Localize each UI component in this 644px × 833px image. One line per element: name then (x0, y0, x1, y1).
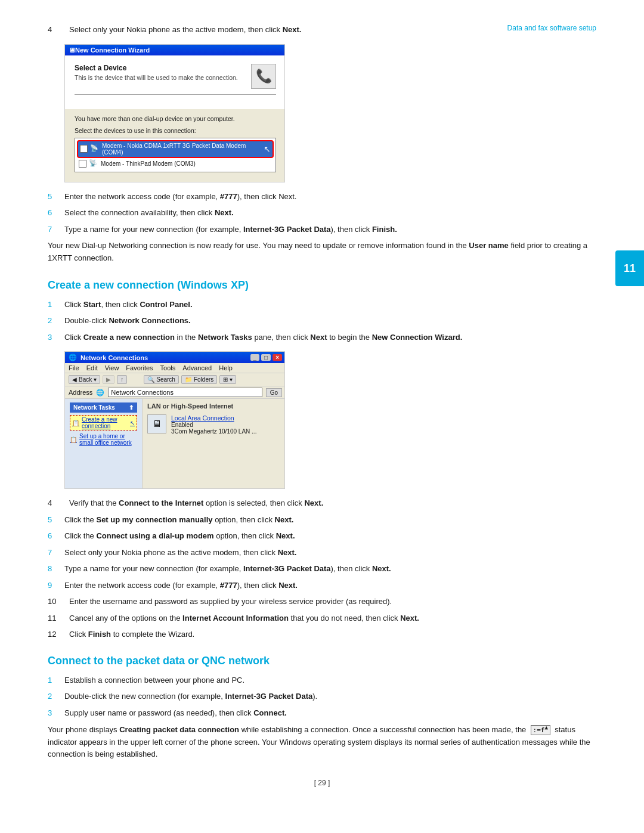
s2-step-content-4: Verify that the Connect to the Internet … (69, 497, 596, 509)
wizard-main: You have more than one dial-up device on… (65, 109, 285, 182)
wizard-titlebar-icon: 🖥 (69, 47, 75, 54)
s2-step-number-5: 5 (48, 514, 64, 526)
address-icon: 🌐 (96, 389, 104, 397)
s3-step-content-3: Supply user name or password (as needed)… (64, 707, 596, 719)
step-number-5: 5 (48, 191, 64, 203)
link-icon: 📋 (72, 420, 79, 426)
menu-file: File (69, 364, 79, 371)
device-name-1: Modem - Nokia CDMA 1xRTT 3G Packet Data … (102, 143, 261, 156)
device-item-2: 📡 Modem - ThinkPad Modem (COM3) (77, 158, 274, 170)
chapter-tab: 11 (615, 250, 644, 286)
s2-step-number-8: 8 (48, 563, 64, 575)
link-icon2: 📋 (70, 436, 77, 443)
s3-step-3: 3 Supply user name or password (as neede… (48, 707, 596, 719)
s2-step-content-11: Cancel any of the options on the Interne… (69, 612, 596, 624)
s2-step-content-7: Select only your Nokia phone as the acti… (64, 547, 596, 559)
s3-step-2: 2 Double-click the new connection (for e… (48, 690, 596, 702)
s2-step-12: 12 Click Finish to complete the Wizard. (48, 628, 596, 640)
folders-button: 📁Folders (181, 375, 217, 384)
section2-heading: Create a new connection (Windows XP) (48, 279, 596, 292)
s2-step-5: 5 Click the Set up my connection manuall… (48, 514, 596, 526)
cursor-icon: ↖ (130, 420, 135, 426)
nc-screenshot: 🌐 Network Connections _ □ × File Edit Vi… (64, 351, 285, 489)
address-input: Network Connections (108, 388, 262, 397)
s3-step-content-2: Double-click the new connection (for exa… (64, 690, 596, 702)
s2-step-number-4: 4 (48, 497, 69, 509)
s3-step-number-3: 3 (48, 707, 64, 719)
nc-titlebar: 🌐 Network Connections _ □ × (65, 352, 285, 363)
para-final: Your phone displays Creating packet data… (48, 723, 596, 761)
connection-info: Local Area Connection Enabled 3Com Megah… (171, 414, 256, 435)
device-checkbox-1: ✓ (80, 145, 88, 153)
nc-body: Network Tasks ⬆ 📋 Create a new connectio… (65, 399, 285, 488)
status-indicator-icon: :=f▲ (531, 725, 550, 735)
nc-minimize-btn: _ (250, 354, 260, 361)
connection-icon: 🖥 (147, 414, 166, 433)
s2-step-9: 9 Enter the network access code (for exa… (48, 580, 596, 592)
s2-step-11: 11 Cancel any of the options on the Inte… (48, 612, 596, 624)
s2-step-content-3: Click Create a new connection in the Net… (64, 332, 596, 343)
device-checkbox-2 (79, 160, 86, 168)
wizard-subtext: This is the device that will be used to … (75, 74, 276, 81)
s2-step-7: 7 Select only your Nokia phone as the ac… (48, 547, 596, 559)
connection-status: Enabled (171, 422, 256, 428)
s2-step-number-12: 12 (48, 628, 69, 640)
wizard-titlebar: 🖥 New Connection Wizard (65, 45, 285, 55)
s2-step-4: 4 Verify that the Connect to the Interne… (48, 497, 596, 509)
up-button: ↑ (117, 375, 127, 384)
s2-step-content-5: Click the Set up my connection manually … (64, 514, 596, 526)
network-tasks-header: Network Tasks ⬆ (70, 402, 137, 413)
step-content-5: Enter the network access code (for examp… (64, 191, 596, 203)
menu-view: View (105, 364, 119, 371)
nc-address-bar: Address 🌐 Network Connections Go (65, 386, 285, 399)
cursor-pointer: ↖ (264, 144, 271, 154)
step-number-6: 6 (48, 207, 64, 219)
wizard-body: 📞 Select a Device This is the device tha… (65, 55, 285, 109)
connection-name: Local Area Connection (171, 414, 256, 422)
s2-step-number-10: 10 (48, 596, 69, 608)
s2-step-number-3: 3 (48, 332, 64, 343)
s2-step-number-6: 6 (48, 530, 64, 542)
nc-maximize-btn: □ (261, 354, 271, 361)
device-item-1: ✓ 📡 Modem - Nokia CDMA 1xRTT 3G Packet D… (77, 140, 274, 158)
go-button: Go (266, 388, 282, 397)
s2-step-number-9: 9 (48, 580, 64, 592)
wizard-label: Select the devices to use in this connec… (75, 127, 276, 134)
s3-step-content-1: Establish a connection between your phon… (64, 674, 596, 686)
s2-step-number-7: 7 (48, 547, 64, 559)
connection-item: 🖥 Local Area Connection Enabled 3Com Meg… (147, 414, 281, 435)
wizard-header: Select a Device (75, 64, 276, 72)
s2-step-2: 2 Double-click Network Connections. (48, 315, 596, 327)
set-up-network-link: 📋 Set up a home or small office network (70, 433, 137, 446)
modem-icon-2: 📡 (89, 159, 98, 169)
s2-step-content-8: Type a name for your new connection (for… (64, 563, 596, 575)
s2-step-8: 8 Type a name for your new connection (f… (48, 563, 596, 575)
menu-tools: Tools (160, 364, 176, 371)
s2-step-10: 10 Enter the username and password as su… (48, 596, 596, 608)
wizard-notice: You have more than one dial-up device on… (75, 115, 276, 122)
s2-step-content-1: Click Start, then click Control Panel. (64, 299, 596, 311)
menu-favorites: Favorites (126, 364, 153, 371)
s2-step-content-10: Enter the username and password as suppl… (69, 596, 596, 608)
nc-sidebar: Network Tasks ⬆ 📋 Create a new connectio… (65, 399, 143, 488)
forward-button: ▶ (103, 375, 114, 384)
device-list: ✓ 📡 Modem - Nokia CDMA 1xRTT 3G Packet D… (75, 138, 276, 172)
search-button: 🔍Search (144, 375, 179, 384)
section3-heading: Connect to the packet data or QNC networ… (48, 655, 596, 667)
s3-step-1: 1 Establish a connection between your ph… (48, 674, 596, 686)
s2-step-6: 6 Click the Connect using a dial-up mode… (48, 530, 596, 542)
views-button: ⊞▾ (219, 375, 236, 384)
s2-step-number-1: 1 (48, 299, 64, 311)
menu-help: Help (219, 364, 233, 371)
step-number: 4 (48, 24, 69, 36)
chapter-link: Data and fax software setup (507, 24, 596, 32)
nc-title-text: Network Connections (80, 354, 148, 361)
step-7: 7 Type a name for your new connection (f… (48, 224, 596, 236)
step-number-7: 7 (48, 224, 64, 236)
modem-icon-1: 📡 (90, 144, 100, 154)
nc-main-header: LAN or High-Speed Internet (147, 402, 281, 410)
s2-step-content-2: Double-click Network Connections. (64, 315, 596, 327)
s3-step-number-1: 1 (48, 674, 64, 686)
menu-advanced: Advanced (182, 364, 212, 371)
page-number: [ 29 ] (48, 779, 596, 787)
